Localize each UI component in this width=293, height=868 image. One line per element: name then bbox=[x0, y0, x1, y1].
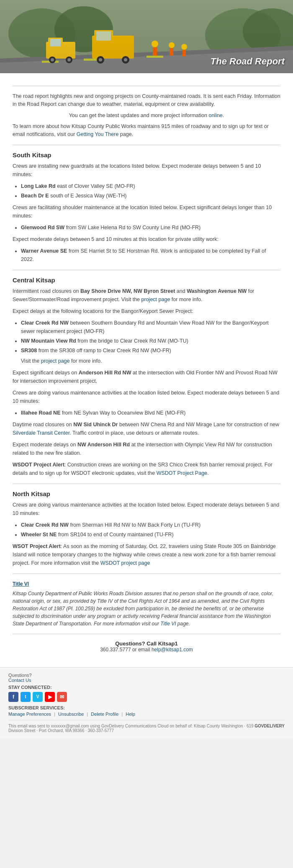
title-vi-text: Kitsap County Department of Public Works… bbox=[13, 590, 280, 627]
section-divider-4 bbox=[13, 574, 280, 574]
twitter-icon[interactable]: t bbox=[21, 692, 31, 702]
wheeler-st-label: Wheeler St NE bbox=[21, 532, 57, 538]
silverdale-transit-link[interactable]: Silverdale Transit Center bbox=[13, 430, 69, 436]
email-social-icon[interactable]: ✉ bbox=[57, 692, 67, 702]
warner-ave-label: Warner Avenue SE bbox=[21, 248, 67, 254]
questions-section: Questions? Call Kitsap1 360.337.5777 or … bbox=[13, 640, 280, 653]
main-content: The road report highlights new and ongoi… bbox=[0, 73, 293, 667]
delete-profile-link[interactable]: Delete Profile bbox=[91, 712, 118, 717]
questions-email-link[interactable]: help@kitsap1.com bbox=[152, 647, 193, 653]
long-lake-rd-label: Long Lake Rd bbox=[21, 183, 56, 189]
youtube-icon[interactable]: ▶ bbox=[45, 692, 55, 702]
footer: Questions? Contact Us STAY CONNECTED: f … bbox=[0, 667, 293, 738]
central-kitsap-p5: Crews are doing various maintenance acti… bbox=[13, 389, 280, 405]
south-kitsap-list2: Glenwood Rd SW from SW Lake Helena Rd to… bbox=[13, 223, 280, 232]
intro-paragraph2: You can get the latest updates and more … bbox=[13, 112, 280, 120]
south-kitsap-p2: Crews are facilitating shoulder maintena… bbox=[13, 203, 280, 220]
footer-questions-label: Questions? bbox=[8, 673, 32, 678]
nk-clear-creek-label: Clear Creek Rd NW bbox=[21, 522, 69, 528]
central-kitsap-p8: WSDOT Project Alert: Construction crews … bbox=[13, 461, 280, 477]
sr308-label: SR308 bbox=[21, 348, 37, 353]
title-vi-section: Title VI Kitsap County Department of Pub… bbox=[13, 580, 280, 627]
wsdot-project-page-link2[interactable]: WSDOT project page bbox=[100, 560, 150, 566]
ck-project-page-link1[interactable]: project page bbox=[141, 297, 170, 302]
subscriber-links: Manage Preferences | Unsubscribe | Delet… bbox=[8, 712, 285, 717]
north-kitsap-p1: Crews are doing various maintenance acti… bbox=[13, 501, 280, 517]
central-kitsap-p2: Expect delays at the following locations… bbox=[13, 307, 280, 315]
central-kitsap-list1: Clear Creek Rd NW between Southern Bound… bbox=[13, 319, 280, 365]
wsdot-project-page-link1[interactable]: WSDOT Project Page. bbox=[157, 470, 209, 476]
footer-questions-section: Questions? Contact Us bbox=[8, 673, 285, 683]
south-kitsap-header: South Kitsap bbox=[13, 151, 280, 159]
title-vi-header[interactable]: Title VI bbox=[13, 580, 280, 588]
subscriber-services-label: SUBSCRIBER SERVICES: bbox=[8, 705, 285, 710]
south-kitsap-p1: Crews are installing new guardrails at t… bbox=[13, 162, 280, 179]
email-wrapper: The Road Report The road report highligh… bbox=[0, 0, 293, 738]
glenwood-rd-label: Glenwood Rd SW bbox=[21, 225, 64, 230]
clear-creek-nw-label: Clear Creek Rd NW bbox=[21, 320, 69, 326]
north-kitsap-list1: Clear Creek Rd NW from Sherman Hill Rd N… bbox=[13, 521, 280, 539]
south-kitsap-list3: Warner Avenue SE from SE Harriet St to S… bbox=[13, 247, 280, 264]
manage-preferences-link[interactable]: Manage Preferences bbox=[8, 712, 51, 717]
social-icons-row: f t V ▶ ✉ bbox=[8, 692, 285, 702]
unsubscribe-link[interactable]: Unsubscribe bbox=[58, 712, 84, 717]
separator1: | bbox=[54, 712, 55, 717]
central-kitsap-header: Central Kitsap bbox=[13, 277, 280, 284]
title-vi-link[interactable]: Title VI bbox=[160, 621, 176, 627]
stay-connected-label: STAY CONNECTED: bbox=[8, 685, 285, 690]
central-kitsap-p1: Intermittent road closures on Bay Shore … bbox=[13, 287, 280, 304]
online-link[interactable]: online bbox=[208, 113, 222, 118]
help-link[interactable]: Help bbox=[126, 712, 135, 717]
footer-disclaimer-text: This email was sent to xxxxxxx@gmail.com… bbox=[8, 724, 254, 733]
nw-mountain-view-label: NW Mountain View Rd bbox=[21, 338, 76, 344]
ck-project-page-link2[interactable]: project page bbox=[41, 358, 70, 364]
facebook-icon[interactable]: f bbox=[8, 692, 18, 702]
section-divider-1 bbox=[13, 145, 280, 145]
central-kitsap-p7: Expect moderate delays on NW Anderson Hi… bbox=[13, 440, 280, 457]
illahee-road-label: Illahee Road NE bbox=[21, 410, 60, 416]
south-kitsap-list1: Long Lake Rd east of Clover Valley SE (M… bbox=[13, 182, 280, 200]
central-kitsap-list2: Illahee Road NE from NE Sylvan Way to Oc… bbox=[13, 409, 280, 417]
central-kitsap-p4: Expect significant delays on Anderson Hi… bbox=[13, 369, 280, 385]
north-kitsap-header: North Kitsap bbox=[13, 490, 280, 497]
central-kitsap-p6: Daytime road closures on NW Sid Uhinck D… bbox=[13, 420, 280, 437]
footer-contact-us-link[interactable]: Contact Us bbox=[8, 678, 31, 683]
separator3: | bbox=[121, 712, 123, 717]
beach-dr-e-label: Beach Dr E bbox=[21, 193, 49, 199]
top-divider bbox=[13, 86, 280, 86]
header-image: The Road Report bbox=[0, 0, 293, 73]
section-divider-5 bbox=[13, 634, 280, 634]
section-divider-2 bbox=[13, 270, 280, 270]
section-divider-3 bbox=[13, 484, 280, 484]
govdelivery-logo: GOVDELIVERY bbox=[254, 724, 285, 728]
footer-disclaimer: GOVDELIVERY This email was sent to xxxxx… bbox=[8, 720, 285, 733]
getting-you-there-link[interactable]: Getting You There bbox=[77, 131, 119, 137]
intro-paragraph1: The road report highlights new and ongoi… bbox=[13, 92, 280, 108]
north-kitsap-p2: WSOT Project Alert: As soon as the morni… bbox=[13, 542, 280, 567]
header-title: The Road Report bbox=[211, 56, 285, 67]
south-kitsap-p3: Expect moderate delays between 5 and 10 … bbox=[13, 235, 280, 243]
intro-paragraph3: To learn more about how Kitsap County Pu… bbox=[13, 123, 280, 138]
vimeo-icon[interactable]: V bbox=[33, 692, 43, 702]
questions-title: Questions? Call Kitsap1 bbox=[13, 640, 280, 647]
questions-contact: 360.337.5777 or email help@kitsap1.com bbox=[13, 647, 280, 653]
separator2: | bbox=[87, 712, 88, 717]
